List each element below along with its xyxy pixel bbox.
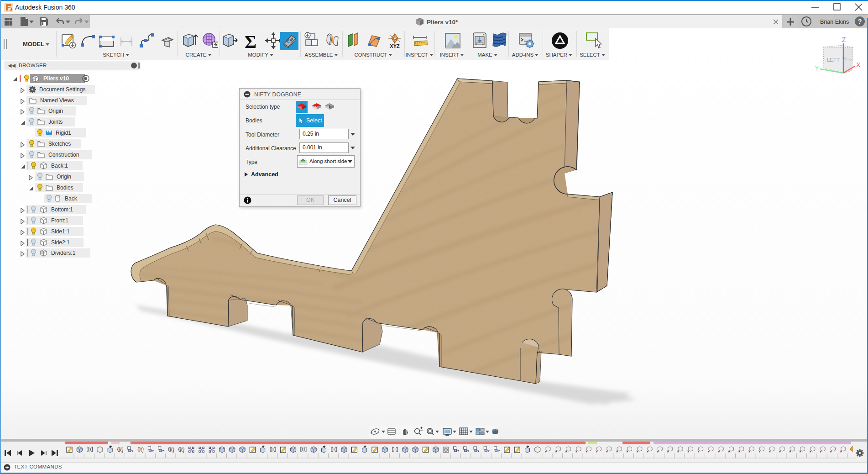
svg-text:X: X [856,61,861,68]
svg-text:?: ? [858,18,862,25]
svg-text:Y: Y [815,64,819,72]
svg-text:LEFT: LEFT [827,57,840,63]
svg-text:Z: Z [842,36,846,43]
svg-text:XYZ: XYZ [390,43,400,49]
